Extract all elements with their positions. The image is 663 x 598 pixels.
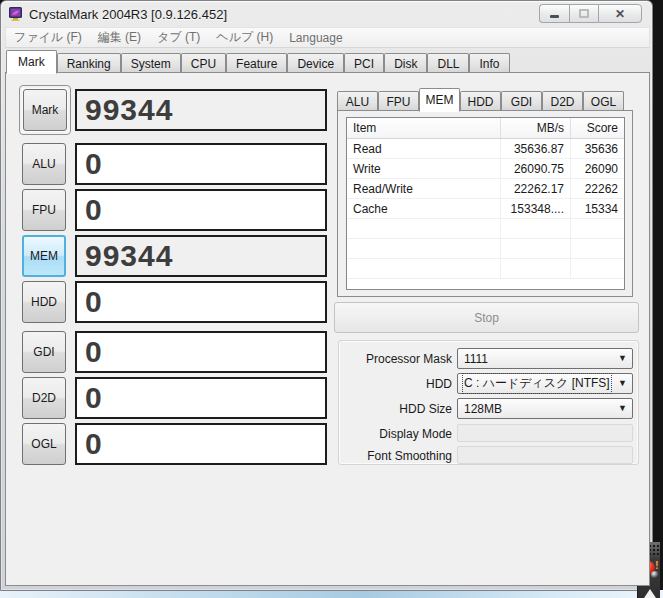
maximize-button[interactable]: [569, 4, 598, 23]
column-header-mbs[interactable]: MB/s: [501, 118, 571, 138]
menu-language[interactable]: Language: [281, 31, 350, 45]
mark-tab-page: Mark 99344 ALU 0 FPU 0 MEM 99344 HDD 0 G…: [5, 72, 650, 586]
menu-tab[interactable]: タブ (T): [149, 29, 208, 46]
processor-mask-row: Processor Mask 1111 ▼: [339, 348, 638, 369]
cell-item: Cache: [347, 199, 501, 218]
hdd-label: HDD: [339, 373, 452, 394]
detail-tab-hdd[interactable]: HDD: [460, 91, 501, 111]
table-row-empty: [347, 219, 624, 239]
display-mode-field: [457, 424, 633, 442]
cell-item: Read/Write: [347, 179, 501, 198]
tab-feature[interactable]: Feature: [226, 53, 287, 73]
table-row-empty: [347, 259, 624, 279]
tab-mark[interactable]: Mark: [6, 50, 57, 74]
processor-mask-label: Processor Mask: [339, 348, 452, 369]
d2d-run-button[interactable]: D2D: [22, 377, 66, 419]
app-window: CrystalMark 2004R3 [0.9.126.452] ✕ ファイル …: [0, 0, 653, 591]
fpu-run-button[interactable]: FPU: [22, 189, 66, 231]
display-mode-label: Display Mode: [339, 423, 452, 444]
titlebar[interactable]: CrystalMark 2004R3 [0.9.126.452] ✕: [1, 1, 652, 27]
hdd-run-button[interactable]: HDD: [22, 281, 66, 323]
ogl-run-button[interactable]: OGL: [22, 423, 66, 465]
detail-tab-mem[interactable]: MEM: [419, 88, 460, 112]
cell-mbs: 153348....: [501, 199, 571, 218]
caption-buttons: ✕: [539, 4, 642, 23]
dark-orb-icon: [651, 571, 659, 579]
settings-groupbox: Processor Mask 1111 ▼ HDD C : ハードディスク [N…: [338, 340, 639, 465]
cell-mbs: 35636.87: [501, 139, 571, 158]
minimize-button[interactable]: [539, 4, 569, 23]
tab-device[interactable]: Device: [287, 53, 344, 73]
tab-cpu[interactable]: CPU: [181, 53, 226, 73]
chevron-down-icon: ▼: [618, 353, 627, 363]
combo-value: 128MB: [464, 402, 502, 416]
close-icon: ✕: [615, 8, 625, 20]
cell-item: Write: [347, 159, 501, 178]
fpu-score-box: 0: [75, 189, 327, 231]
combo-value: C : ハードディスク [NTFS]: [464, 375, 610, 392]
hdd-combobox[interactable]: C : ハードディスク [NTFS] ▼: [457, 373, 633, 394]
tab-ranking[interactable]: Ranking: [57, 53, 121, 73]
alu-run-button[interactable]: ALU: [22, 143, 66, 185]
cell-mbs: 26090.75: [501, 159, 571, 178]
font-smoothing-label: Font Smoothing: [339, 445, 452, 466]
chevron-down-icon: ▼: [618, 403, 627, 413]
desktop: CrystalMark 2004R3 [0.9.126.452] ✕ ファイル …: [0, 0, 663, 598]
desktop-wallpaper-strip: [0, 590, 663, 598]
cell-score: 35636: [571, 139, 624, 158]
detail-tab-gdi[interactable]: GDI: [501, 91, 542, 111]
cell-mbs: 22262.17: [501, 179, 571, 198]
tab-pci[interactable]: PCI: [344, 53, 384, 73]
tab-system[interactable]: System: [121, 53, 181, 73]
menu-help[interactable]: ヘルプ (H): [208, 29, 281, 46]
mark-run-button[interactable]: Mark: [23, 89, 67, 131]
detail-tab-ogl[interactable]: OGL: [583, 91, 624, 111]
ogl-score-box: 0: [75, 423, 327, 465]
detail-tab-pane: Item MB/s Score Read 35636.87 35636 Writ…: [337, 110, 633, 297]
font-smoothing-field: [457, 446, 633, 464]
tab-disk[interactable]: Disk: [384, 53, 427, 73]
menu-edit[interactable]: 編集 (E): [90, 29, 149, 46]
tab-dll[interactable]: DLL: [427, 53, 469, 73]
close-button[interactable]: ✕: [598, 4, 642, 23]
table-row: Read/Write 22262.17 22262: [347, 179, 624, 199]
hdd-size-label: HDD Size: [339, 398, 452, 419]
table-row: Write 26090.75 26090: [347, 159, 624, 179]
d2d-score-box: 0: [75, 377, 327, 419]
table-row: Cache 153348.... 15334: [347, 199, 624, 219]
hdd-size-combobox[interactable]: 128MB ▼: [457, 398, 633, 419]
maximize-icon: [579, 9, 589, 18]
combo-value: 1111: [464, 352, 488, 366]
mem-score-box: 99344: [75, 235, 327, 277]
processor-mask-combobox[interactable]: 1111 ▼: [457, 348, 633, 369]
window-title: CrystalMark 2004R3 [0.9.126.452]: [29, 7, 227, 22]
table-row: Read 35636.87 35636: [347, 139, 624, 159]
cell-score: 15334: [571, 199, 624, 218]
menu-file[interactable]: ファイル (F): [6, 29, 90, 46]
gdi-run-button[interactable]: GDI: [22, 331, 66, 373]
cell-score: 26090: [571, 159, 624, 178]
crystalmark-monitor-icon: [8, 6, 24, 22]
stop-button[interactable]: Stop: [334, 302, 639, 333]
column-header-item[interactable]: Item: [347, 118, 501, 138]
hdd-size-row: HDD Size 128MB ▼: [339, 398, 638, 419]
tab-info[interactable]: Info: [469, 53, 509, 73]
detail-tab-alu[interactable]: ALU: [337, 91, 378, 111]
detail-tabstrip: ALU FPU MEM HDD GDI D2D OGL: [337, 87, 624, 111]
chevron-down-icon: ▼: [618, 378, 627, 388]
table-row-empty: [347, 239, 624, 259]
column-header-score[interactable]: Score: [571, 118, 624, 138]
mem-run-button[interactable]: MEM: [22, 235, 66, 277]
mark-score-box: 99344: [75, 89, 327, 131]
cell-score: 22262: [571, 179, 624, 198]
font-smoothing-row: Font Smoothing: [339, 445, 638, 466]
cell-item: Read: [347, 139, 501, 158]
minimize-icon: [550, 15, 559, 18]
gdi-score-box: 0: [75, 331, 327, 373]
detail-tab-d2d[interactable]: D2D: [542, 91, 583, 111]
main-tabstrip: Mark Ranking System CPU Feature Device P…: [5, 48, 650, 73]
exclamation-icon: !: [655, 559, 659, 571]
result-listview[interactable]: Item MB/s Score Read 35636.87 35636 Writ…: [346, 117, 625, 290]
menu-bar: ファイル (F) 編集 (E) タブ (T) ヘルプ (H) Language: [5, 27, 650, 48]
detail-tab-fpu[interactable]: FPU: [378, 91, 419, 111]
